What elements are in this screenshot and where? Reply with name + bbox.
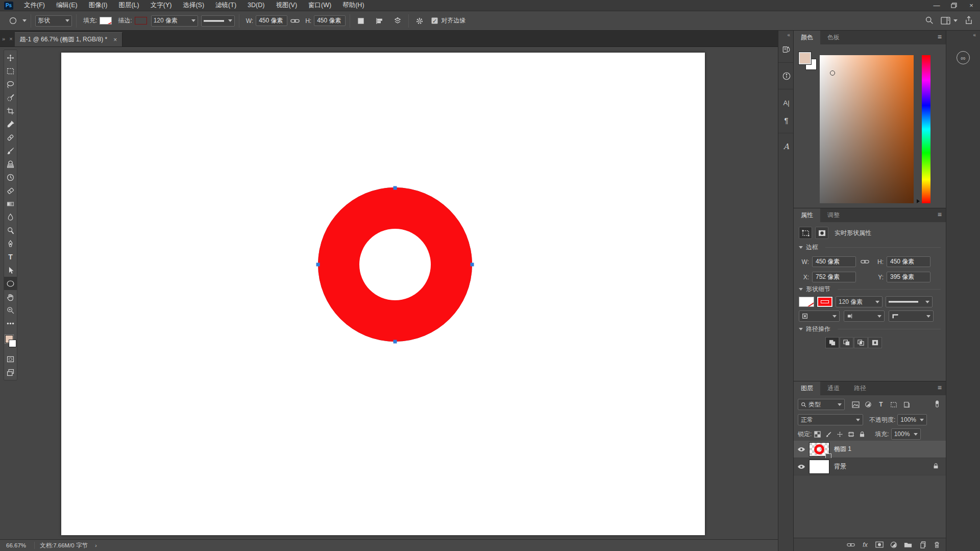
menu-view[interactable]: 视图(V) bbox=[270, 0, 303, 11]
tab-properties[interactable]: 属性 bbox=[794, 208, 820, 222]
pathop-exclude-button[interactable] bbox=[868, 337, 882, 348]
tab-adjustments[interactable]: 调整 bbox=[820, 208, 847, 222]
menu-help[interactable]: 帮助(H) bbox=[337, 0, 370, 11]
zoom-tool[interactable] bbox=[4, 303, 17, 317]
background-lock-indicator[interactable] bbox=[933, 463, 939, 471]
close-button[interactable]: × bbox=[963, 0, 980, 11]
layer-row-ellipse-1[interactable]: 椭圆 1 bbox=[794, 441, 946, 458]
eyedropper-tool[interactable] bbox=[4, 117, 17, 131]
geometry-options-button[interactable] bbox=[413, 15, 426, 27]
minimize-button[interactable]: — bbox=[928, 0, 945, 11]
stroke-caps-dropdown[interactable] bbox=[844, 310, 885, 322]
menu-filter[interactable]: 滤镜(T) bbox=[210, 0, 242, 11]
background-color-swatch[interactable] bbox=[9, 340, 16, 347]
layer-style-button[interactable]: fx bbox=[859, 540, 871, 550]
tool-preset-button[interactable] bbox=[6, 15, 19, 27]
lock-transparency-button[interactable] bbox=[812, 429, 823, 439]
paragraph-panel-button[interactable]: ¶ bbox=[778, 111, 794, 129]
filter-toggle-switch[interactable] bbox=[934, 400, 941, 410]
layer-thumbnail[interactable] bbox=[809, 460, 829, 474]
tab-channels[interactable]: 通道 bbox=[820, 381, 847, 395]
color-picker-marker[interactable] bbox=[830, 70, 835, 76]
path-alignment-button[interactable] bbox=[373, 15, 386, 27]
path-operations-button[interactable] bbox=[354, 15, 368, 27]
shape-fill-swatch-none[interactable] bbox=[799, 297, 814, 307]
rectangular-marquee-tool[interactable] bbox=[4, 64, 17, 78]
filter-smart-objects-button[interactable] bbox=[901, 399, 912, 410]
tab-paths[interactable]: 路径 bbox=[847, 381, 873, 395]
character-panel-button[interactable]: A| bbox=[778, 94, 794, 111]
hand-tool[interactable] bbox=[4, 290, 17, 303]
more-tools-button[interactable] bbox=[4, 317, 17, 330]
filter-shape-layers-button[interactable] bbox=[888, 399, 899, 410]
share-button[interactable] bbox=[965, 16, 973, 26]
saturation-brightness-field[interactable] bbox=[820, 55, 914, 203]
tool-mode-dropdown[interactable]: 形状 bbox=[35, 15, 72, 27]
layer-filter-type-dropdown[interactable]: 类型 bbox=[798, 399, 845, 410]
layer-row-background[interactable]: 背景 bbox=[794, 458, 946, 475]
width-input[interactable]: 450 像素 bbox=[812, 256, 856, 267]
menu-select[interactable]: 选择(S) bbox=[177, 0, 210, 11]
tab-close-all-icon[interactable]: × bbox=[7, 36, 14, 42]
move-tool[interactable] bbox=[4, 51, 17, 64]
shape-width-input[interactable]: 450 像素 bbox=[256, 15, 287, 26]
menu-edit[interactable]: 编辑(E) bbox=[51, 0, 83, 11]
layer-visibility-toggle[interactable] bbox=[794, 447, 809, 452]
blend-mode-dropdown[interactable]: 正常 bbox=[798, 414, 863, 425]
quick-selection-tool[interactable] bbox=[4, 91, 17, 104]
section-collapse-icon[interactable] bbox=[799, 328, 803, 330]
filter-type-layers-button[interactable]: T bbox=[875, 399, 887, 410]
pathop-combine-button[interactable] bbox=[825, 337, 839, 348]
y-position-input[interactable]: 395 像素 bbox=[887, 272, 930, 282]
filter-adjustment-layers-button[interactable] bbox=[863, 399, 874, 410]
new-layer-button[interactable] bbox=[916, 540, 928, 550]
tab-swatches[interactable]: 色板 bbox=[820, 31, 847, 44]
path-arrangement-button[interactable] bbox=[391, 15, 404, 27]
section-collapse-icon[interactable] bbox=[799, 246, 803, 249]
lock-pixels-button[interactable] bbox=[823, 429, 834, 439]
tool-preset-chevron-icon[interactable] bbox=[22, 19, 27, 22]
live-shape-mode-button[interactable] bbox=[799, 227, 812, 239]
menu-3d[interactable]: 3D(D) bbox=[242, 0, 270, 11]
collapse-dock-icon[interactable]: « bbox=[946, 31, 980, 38]
status-chevron-icon[interactable]: › bbox=[95, 542, 97, 548]
layer-visibility-toggle[interactable] bbox=[794, 464, 809, 469]
stroke-swatch[interactable] bbox=[135, 17, 147, 25]
anchor-handle-bottom[interactable] bbox=[394, 340, 397, 344]
history-panel-button[interactable] bbox=[778, 41, 794, 58]
hue-slider-marker[interactable] bbox=[917, 199, 920, 203]
shape-height-input[interactable]: 450 像素 bbox=[314, 15, 346, 26]
x-position-input[interactable]: 752 像素 bbox=[812, 272, 856, 282]
path-selection-tool[interactable] bbox=[4, 263, 17, 277]
type-tool[interactable]: T bbox=[4, 250, 17, 263]
crop-tool[interactable] bbox=[4, 104, 17, 117]
glyphs-panel-button[interactable]: A bbox=[778, 138, 794, 155]
brush-tool[interactable] bbox=[4, 144, 17, 157]
history-brush-tool[interactable] bbox=[4, 171, 17, 184]
layer-name[interactable]: 椭圆 1 bbox=[834, 445, 851, 453]
tab-color[interactable]: 颜色 bbox=[794, 31, 820, 44]
info-panel-button[interactable] bbox=[778, 67, 794, 85]
stroke-corners-dropdown[interactable] bbox=[889, 310, 934, 322]
panel-menu-icon[interactable]: ≡ bbox=[938, 208, 946, 222]
menu-layer[interactable]: 图层(L) bbox=[113, 0, 144, 11]
stroke-align-dropdown[interactable] bbox=[799, 310, 840, 322]
menu-file[interactable]: 文件(F) bbox=[18, 0, 51, 11]
shape-stroke-style-dropdown[interactable] bbox=[886, 296, 933, 307]
delete-layer-button[interactable] bbox=[930, 540, 943, 550]
workspace-switcher-button[interactable] bbox=[941, 17, 958, 25]
pathop-intersect-button[interactable] bbox=[854, 337, 868, 348]
creative-cloud-button[interactable]: ∞ bbox=[957, 51, 970, 64]
anchor-handle-right[interactable] bbox=[471, 263, 474, 267]
zoom-level-field[interactable]: 66.67% bbox=[3, 542, 29, 548]
fill-swatch-none[interactable] bbox=[100, 17, 112, 25]
dodge-tool[interactable] bbox=[4, 224, 17, 237]
pen-tool[interactable] bbox=[4, 237, 17, 250]
tab-close-icon[interactable]: × bbox=[113, 36, 117, 43]
pathop-subtract-button[interactable] bbox=[840, 337, 853, 348]
menu-image[interactable]: 图像(I) bbox=[83, 0, 113, 11]
tab-layers[interactable]: 图层 bbox=[794, 381, 820, 395]
layer-name[interactable]: 背景 bbox=[834, 462, 846, 471]
opacity-dropdown[interactable]: 100% bbox=[897, 414, 927, 425]
link-wh-button[interactable] bbox=[856, 259, 873, 265]
